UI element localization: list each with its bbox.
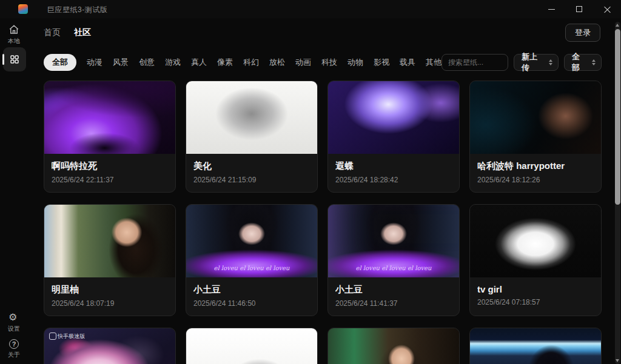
close-icon [604, 6, 611, 13]
wallpaper-thumbnail[interactable] [328, 328, 459, 364]
wallpaper-card[interactable] [469, 328, 602, 364]
card-caption: 小土豆 2025/6/24 11:41:37 [328, 277, 459, 316]
minimize-icon [548, 9, 555, 10]
wallpaper-card[interactable]: tv girl 2025/6/24 07:18:57 [469, 204, 602, 316]
sort-value: 新上传 [522, 51, 543, 73]
wallpaper-card[interactable]: 美化 2025/6/24 21:15:09 [186, 81, 318, 193]
wallpaper-thumbnail[interactable]: 快手极速版 [44, 328, 175, 364]
card-title: 小土豆 [193, 284, 310, 296]
wallpaper-thumbnail[interactable] [44, 205, 175, 277]
wallpaper-thumbnail[interactable] [470, 205, 601, 277]
sidebar-item-settings[interactable]: ⚙ 设置 [0, 312, 28, 333]
wallpaper-thumbnail[interactable] [328, 81, 459, 154]
card-time: 2025/6/24 22:11:37 [52, 176, 168, 184]
card-time: 2025/6/24 21:15:09 [193, 176, 310, 184]
category-chip[interactable]: 动漫 [87, 57, 102, 68]
close-button[interactable] [593, 0, 621, 18]
wallpaper-thumbnail[interactable] [470, 328, 601, 364]
card-caption: tv girl 2025/6/24 07:18:57 [470, 277, 601, 314]
scope-dropdown[interactable]: 全部 [564, 54, 602, 71]
card-title: 哈利波特 harrypotter [477, 160, 594, 172]
nav-row: 首页 社区 登录 [44, 24, 600, 41]
chevron-updown-icon [592, 59, 596, 65]
wallpaper-card[interactable]: el loveu el loveu el loveu 小土豆 2025/6/24… [186, 204, 318, 316]
sidebar-item-label: 关于 [8, 351, 20, 359]
card-title: 啊吗特拉死 [52, 160, 168, 172]
titlebar: 巨应壁纸3-测试版 [0, 0, 621, 18]
wallpaper-card[interactable] [327, 328, 460, 364]
home-icon [8, 24, 19, 35]
scope-value: 全部 [572, 51, 586, 73]
category-chip[interactable]: 动物 [347, 57, 363, 68]
scrollbar[interactable] [615, 22, 620, 364]
category-chip[interactable]: 全部 [44, 54, 76, 71]
card-time: 2025/6/24 07:18:57 [477, 298, 594, 306]
category-chip[interactable]: 影视 [374, 57, 389, 68]
main-content: 首页 社区 登录 全部动漫风景创意游戏真人像素科幻放松动画科技动物影视载具其他 … [28, 18, 621, 364]
card-title: tv girl [477, 284, 594, 294]
filter-toolbar: 全部动漫风景创意游戏真人像素科幻放松动画科技动物影视载具其他 新上传 全部 [44, 54, 602, 71]
tab-community[interactable]: 社区 [74, 27, 91, 38]
login-button[interactable]: 登录 [565, 24, 600, 42]
card-time: 2025/6/24 11:41:37 [335, 299, 452, 308]
card-title: 遐蝶 [335, 160, 452, 172]
category-row: 全部动漫风景创意游戏真人像素科幻放松动画科技动物影视载具其他 [44, 54, 441, 71]
wallpaper-card[interactable]: 哈利波特 harrypotter 2025/6/24 18:12:26 [469, 81, 602, 193]
wallpaper-thumbnail[interactable] [186, 328, 317, 364]
category-chip[interactable]: 载具 [400, 57, 415, 68]
search-input[interactable] [441, 54, 508, 71]
category-chip[interactable]: 像素 [217, 57, 233, 68]
wallpaper-thumbnail[interactable]: el loveu el loveu el loveu [186, 205, 317, 277]
category-chip[interactable]: 动画 [295, 57, 311, 68]
maximize-icon [576, 6, 582, 12]
sidebar-item-label: 本地 [8, 37, 20, 45]
card-caption: 啊吗特拉死 2025/6/24 22:11:37 [44, 154, 175, 192]
question-icon: ? [9, 339, 19, 349]
artwork-text: el loveu el loveu el loveu [186, 265, 317, 271]
sidebar-item-community[interactable] [3, 47, 26, 71]
category-chip[interactable]: 真人 [191, 57, 207, 68]
wallpaper-thumbnail[interactable]: el loveu el loveu el loveu [328, 205, 459, 277]
minimize-button[interactable] [537, 0, 565, 18]
wallpaper-card[interactable]: 快手极速版 [44, 328, 176, 364]
wallpaper-thumbnail[interactable] [44, 81, 175, 154]
wallpaper-card[interactable]: 啊吗特拉死 2025/6/24 22:11:37 [44, 81, 176, 193]
category-chip[interactable]: 风景 [113, 57, 129, 68]
wallpaper-card[interactable] [186, 328, 318, 364]
wallpaper-card[interactable]: 遐蝶 2025/6/24 18:28:42 [327, 81, 460, 193]
maximize-button[interactable] [565, 0, 593, 18]
app-logo-icon [18, 4, 28, 14]
scroll-up-icon[interactable] [616, 24, 619, 27]
sort-dropdown[interactable]: 新上传 [514, 54, 559, 71]
category-chip[interactable]: 科技 [321, 57, 337, 68]
category-chip[interactable]: 游戏 [165, 57, 181, 68]
app-title: 巨应壁纸3-测试版 [47, 5, 107, 15]
wallpaper-card[interactable]: 明里柚 2025/6/24 18:07:19 [44, 204, 176, 316]
sidebar-item-label: 设置 [8, 325, 20, 333]
wallpaper-thumbnail[interactable] [186, 81, 317, 154]
category-chip[interactable]: 其他 [426, 57, 441, 68]
scrollbar-thumb[interactable] [615, 29, 620, 205]
card-title: 美化 [193, 160, 310, 172]
sidebar: 本地 ⚙ 设置 ? 关于 [0, 18, 28, 364]
image-watermark: 快手极速版 [49, 333, 85, 340]
card-caption: 遐蝶 2025/6/24 18:28:42 [328, 154, 459, 192]
category-chip[interactable]: 科幻 [243, 57, 259, 68]
category-chip[interactable]: 放松 [269, 57, 285, 68]
card-time: 2025/6/24 18:12:26 [477, 176, 594, 184]
tab-home[interactable]: 首页 [44, 27, 61, 38]
wallpaper-thumbnail[interactable] [470, 81, 601, 154]
sidebar-item-local[interactable]: 本地 [0, 24, 28, 45]
card-time: 2025/6/24 18:07:19 [52, 299, 168, 308]
wallpaper-card[interactable]: el loveu el loveu el loveu 小土豆 2025/6/24… [327, 204, 460, 316]
grid-icon [9, 54, 20, 65]
scroll-down-icon[interactable] [616, 359, 619, 362]
active-indicator [2, 54, 4, 65]
card-caption: 美化 2025/6/24 21:15:09 [186, 154, 317, 192]
card-caption: 小土豆 2025/6/24 11:46:50 [186, 277, 317, 316]
card-time: 2025/6/24 18:28:42 [335, 176, 452, 184]
sidebar-item-about[interactable]: ? 关于 [0, 339, 28, 359]
gear-icon: ⚙ [8, 312, 19, 323]
card-caption: 明里柚 2025/6/24 18:07:19 [44, 277, 175, 316]
category-chip[interactable]: 创意 [139, 57, 155, 68]
